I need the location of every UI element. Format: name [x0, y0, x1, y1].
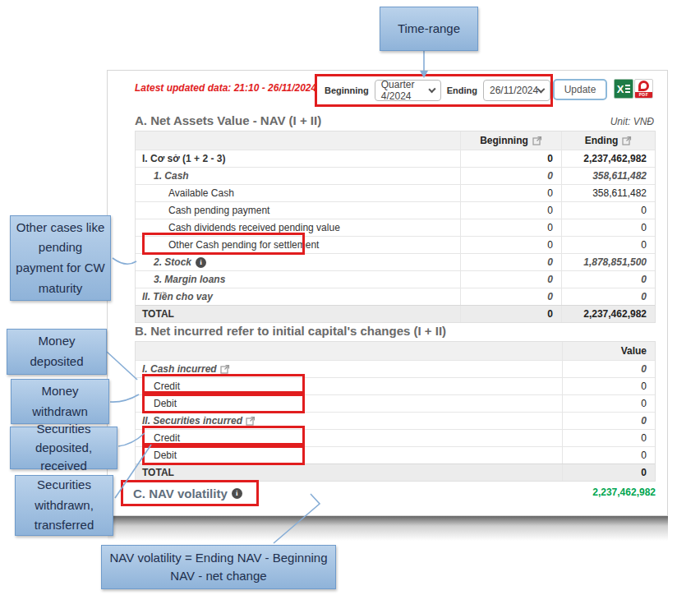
beginning-label: Beginning — [325, 85, 369, 95]
callout-money-withdrawn: Money withdrawn — [11, 379, 109, 424]
table-row: Cash dividends received pending value 0 … — [136, 219, 655, 236]
table-row-cash-credit: Credit 0 — [136, 377, 655, 394]
callout-securities-withdrawn: Securities withdrawn, transferred — [15, 475, 113, 536]
pdf-export-icon[interactable]: PDF — [634, 79, 653, 99]
callout-time-range: Time-range — [380, 7, 478, 51]
info-icon[interactable]: i — [232, 488, 242, 499]
table-row-total: TOTAL 0 — [136, 464, 655, 481]
table-row: Cash pending payment 0 0 — [136, 201, 655, 219]
update-button[interactable]: Update — [553, 79, 607, 100]
callout-securities-deposited: Securities deposited, received — [10, 427, 117, 469]
table-row-securities-credit: Credit 0 — [136, 429, 655, 446]
external-link-icon[interactable] — [220, 364, 230, 374]
table-row-total: TOTAL 0 2,237,462,982 — [136, 305, 655, 322]
table-row: II. Tiền cho vay 0 0 — [136, 288, 655, 305]
net-incurred-table: Value I. Cash incurred 0 Credit 0 Debit … — [135, 341, 656, 482]
table-row-stock: 2. Stock i 0 1,878,851,500 — [136, 253, 655, 270]
nav-report-panel: Latest updated data: 21:10 - 26/11/2024 … — [107, 70, 668, 516]
table-row-securities-debit: Debit 0 — [136, 446, 655, 464]
latest-updated-text: Latest updated data: 21:10 - 26/11/2024 — [135, 82, 316, 94]
beginning-select[interactable]: Quarter 4/2024 — [375, 80, 441, 101]
panel-drop-shadow — [108, 516, 668, 541]
section-a-title: A. Net Assets Value - NAV (I + II) — [135, 113, 321, 127]
table-row-other-cash: Other Cash pending for settlement 0 0 — [136, 236, 655, 253]
excel-export-icon[interactable]: X — [614, 79, 633, 99]
table-row: 3. Margin loans 0 0 — [136, 270, 655, 288]
table-row: 1. Cash 0 358,611,482 — [136, 167, 655, 184]
unit-label: Unit: VNĐ — [610, 116, 654, 127]
table-row: I. Cơ sở (1 + 2 - 3) 0 2,237,462,982 — [136, 150, 655, 167]
nav-volatility-value: 2,237,462,982 — [461, 487, 656, 498]
table-row-securities-incurred: II. Securities incurred 0 — [136, 412, 655, 429]
info-icon[interactable]: i — [196, 257, 206, 268]
table-header-row: Value — [136, 342, 655, 360]
external-link-icon[interactable] — [246, 416, 256, 426]
table-header-row: Beginning Ending — [136, 131, 655, 150]
ending-select[interactable]: 26/11/2024 — [483, 80, 550, 101]
external-link-icon — [532, 136, 542, 145]
beginning-column-header[interactable]: Beginning — [460, 131, 561, 150]
ending-column-header[interactable]: Ending — [561, 131, 655, 150]
ending-label: Ending — [447, 85, 477, 95]
external-link-icon — [622, 136, 632, 145]
time-range-controls: Beginning Quarter 4/2024 Ending 26/11/20… — [315, 74, 553, 107]
value-column-header: Value — [562, 342, 655, 360]
table-row-cash-debit: Debit 0 — [136, 394, 655, 412]
nav-volatility-title: C. NAV volatility i — [121, 480, 259, 506]
nav-table: Beginning Ending I. Cơ sở (1 + 2 - 3) 0 … — [135, 131, 656, 323]
section-b-title: B. Net incurred refer to initial capital… — [135, 324, 446, 338]
table-row-cash-incurred: I. Cash incurred 0 — [136, 360, 655, 377]
callout-money-deposited: Money deposited — [7, 329, 107, 375]
table-row: Available Cash 0 358,611,482 — [136, 184, 655, 201]
callout-other-cases: Other cases like pending payment for CW … — [10, 215, 111, 301]
callout-nav-formula: NAV volatility = Ending NAV - Beginning … — [101, 545, 336, 589]
